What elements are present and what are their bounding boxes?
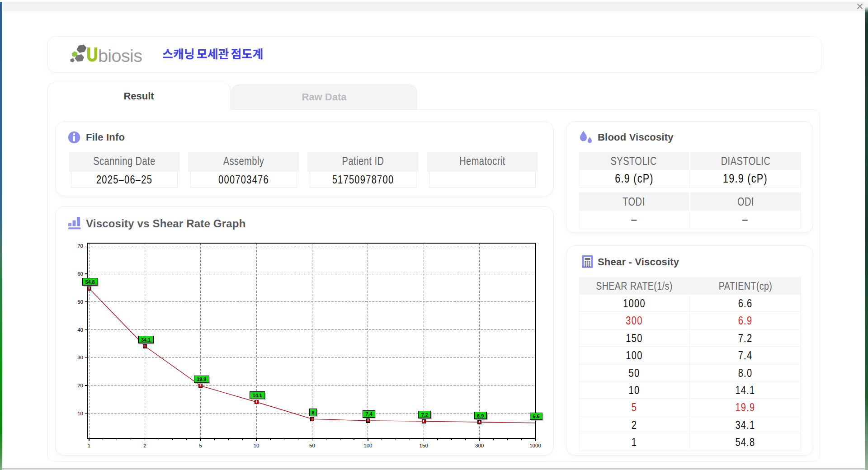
- svg-text:biosis: biosis: [98, 46, 142, 66]
- svg-text:100: 100: [363, 443, 372, 448]
- svg-text:5: 5: [199, 443, 202, 448]
- svg-text:54.8: 54.8: [85, 279, 94, 285]
- svg-text:6.6: 6.6: [533, 414, 539, 419]
- svg-text:150: 150: [420, 443, 428, 448]
- svg-text:1: 1: [88, 443, 90, 448]
- svg-text:10: 10: [77, 411, 83, 416]
- svg-text:14.1: 14.1: [253, 393, 262, 398]
- svg-text:20: 20: [77, 383, 83, 388]
- svg-text:34.1: 34.1: [141, 337, 151, 343]
- svg-text:2: 2: [143, 443, 146, 448]
- svg-text:10: 10: [254, 443, 259, 448]
- svg-text:40: 40: [77, 327, 83, 333]
- svg-text:300: 300: [475, 443, 484, 448]
- svg-text:7.4: 7.4: [365, 411, 372, 417]
- svg-text:19.9: 19.9: [197, 376, 206, 382]
- svg-text:70: 70: [77, 243, 83, 249]
- svg-text:6.9: 6.9: [477, 413, 484, 418]
- svg-text:50: 50: [77, 299, 83, 305]
- svg-text:8: 8: [311, 410, 314, 415]
- svg-text:7.2: 7.2: [421, 412, 428, 418]
- svg-text:50: 50: [309, 443, 315, 448]
- svg-text:1000: 1000: [529, 443, 541, 448]
- svg-text:30: 30: [77, 355, 83, 360]
- svg-text:60: 60: [77, 271, 83, 277]
